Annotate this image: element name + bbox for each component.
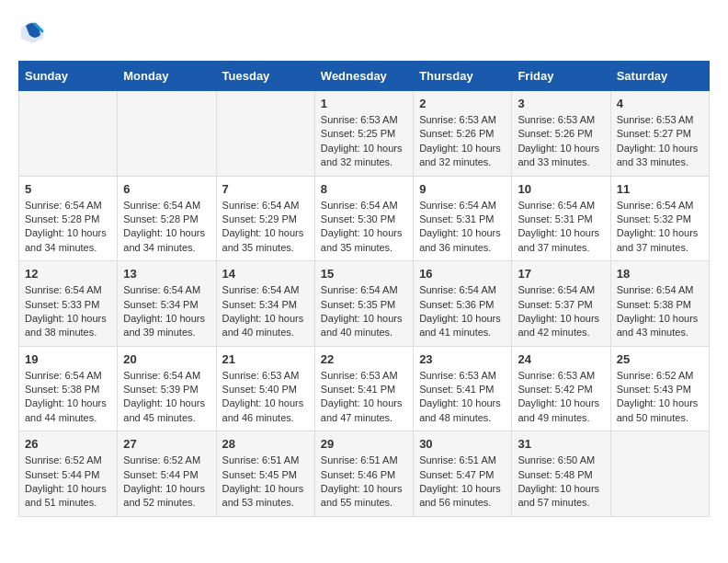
header	[18, 18, 710, 46]
day-number: 10	[518, 182, 604, 196]
calendar-cell	[118, 91, 216, 177]
day-number: 13	[123, 267, 210, 281]
calendar-cell: 13Sunrise: 6:54 AMSunset: 5:34 PMDayligh…	[118, 261, 216, 347]
day-info: Sunset: 5:27 PM	[617, 127, 703, 141]
day-info: Sunrise: 6:53 AM	[222, 369, 309, 383]
day-number: 29	[321, 437, 407, 451]
day-info: Sunrise: 6:52 AM	[123, 454, 210, 467]
day-info: Sunrise: 6:54 AM	[419, 283, 506, 297]
calendar-table: SundayMondayTuesdayWednesdayThursdayFrid…	[18, 61, 710, 517]
weekday-header-monday: Monday	[118, 62, 216, 91]
calendar-cell: 7Sunrise: 6:54 AMSunset: 5:29 PMDaylight…	[216, 176, 314, 261]
day-info: Sunset: 5:28 PM	[123, 213, 210, 226]
logo-icon	[18, 18, 46, 46]
day-info: Sunset: 5:42 PM	[518, 383, 604, 396]
day-number: 16	[419, 267, 506, 281]
day-info: Sunset: 5:25 PM	[321, 127, 407, 141]
day-info: Sunrise: 6:54 AM	[222, 283, 309, 297]
calendar-cell: 1Sunrise: 6:53 AMSunset: 5:25 PMDaylight…	[314, 91, 413, 177]
day-info: Daylight: 10 hours and 43 minutes.	[617, 312, 703, 340]
day-info: Daylight: 10 hours and 49 minutes.	[518, 396, 604, 425]
day-number: 1	[321, 97, 407, 110]
day-info: Sunrise: 6:54 AM	[222, 199, 309, 213]
day-info: Daylight: 10 hours and 34 minutes.	[123, 226, 210, 255]
day-info: Daylight: 10 hours and 39 minutes.	[123, 312, 210, 340]
day-number: 14	[222, 267, 309, 281]
day-number: 8	[321, 182, 407, 196]
calendar-cell: 14Sunrise: 6:54 AMSunset: 5:34 PMDayligh…	[216, 261, 314, 347]
day-info: Sunrise: 6:54 AM	[617, 199, 703, 213]
day-info: Sunrise: 6:54 AM	[123, 283, 210, 297]
day-number: 15	[321, 267, 407, 281]
day-info: Daylight: 10 hours and 37 minutes.	[518, 226, 604, 255]
logo	[18, 18, 50, 46]
day-info: Daylight: 10 hours and 51 minutes.	[25, 482, 111, 511]
day-info: Sunrise: 6:54 AM	[25, 199, 111, 213]
calendar-cell: 22Sunrise: 6:53 AMSunset: 5:41 PMDayligh…	[314, 346, 413, 431]
calendar-cell	[216, 91, 314, 177]
calendar-cell: 31Sunrise: 6:50 AMSunset: 5:48 PMDayligh…	[512, 431, 610, 517]
day-info: Daylight: 10 hours and 47 minutes.	[321, 396, 407, 425]
day-info: Sunrise: 6:53 AM	[419, 113, 506, 127]
calendar-cell: 24Sunrise: 6:53 AMSunset: 5:42 PMDayligh…	[512, 346, 610, 431]
day-number: 23	[419, 352, 506, 366]
day-info: Daylight: 10 hours and 35 minutes.	[321, 226, 407, 255]
calendar-cell: 4Sunrise: 6:53 AMSunset: 5:27 PMDaylight…	[610, 91, 709, 177]
calendar-cell: 5Sunrise: 6:54 AMSunset: 5:28 PMDaylight…	[19, 176, 118, 261]
day-info: Sunset: 5:47 PM	[419, 468, 506, 482]
day-info: Sunset: 5:35 PM	[321, 298, 407, 312]
day-info: Daylight: 10 hours and 57 minutes.	[518, 482, 604, 511]
day-number: 12	[25, 267, 111, 281]
calendar-cell: 18Sunrise: 6:54 AMSunset: 5:38 PMDayligh…	[610, 261, 709, 347]
calendar-cell	[610, 431, 709, 517]
day-info: Sunset: 5:37 PM	[518, 298, 604, 312]
day-info: Sunset: 5:28 PM	[25, 213, 111, 226]
weekday-row: SundayMondayTuesdayWednesdayThursdayFrid…	[19, 62, 710, 91]
day-info: Sunset: 5:41 PM	[419, 383, 506, 396]
day-info: Sunset: 5:44 PM	[123, 468, 210, 482]
day-info: Sunset: 5:46 PM	[321, 468, 407, 482]
day-info: Sunset: 5:38 PM	[617, 298, 703, 312]
day-info: Sunset: 5:44 PM	[25, 468, 111, 482]
day-info: Sunrise: 6:51 AM	[321, 454, 407, 467]
calendar-cell: 2Sunrise: 6:53 AMSunset: 5:26 PMDaylight…	[414, 91, 512, 177]
day-info: Sunrise: 6:54 AM	[25, 369, 111, 383]
day-info: Sunset: 5:34 PM	[123, 298, 210, 312]
day-info: Sunrise: 6:54 AM	[518, 283, 604, 297]
day-info: Sunrise: 6:54 AM	[321, 199, 407, 213]
weekday-header-tuesday: Tuesday	[216, 62, 314, 91]
day-info: Daylight: 10 hours and 36 minutes.	[419, 226, 506, 255]
weekday-header-thursday: Thursday	[414, 62, 512, 91]
day-info: Sunset: 5:48 PM	[518, 468, 604, 482]
day-info: Daylight: 10 hours and 40 minutes.	[222, 312, 309, 340]
day-info: Daylight: 10 hours and 35 minutes.	[222, 226, 309, 255]
day-info: Sunrise: 6:53 AM	[321, 113, 407, 127]
day-info: Daylight: 10 hours and 48 minutes.	[419, 396, 506, 425]
day-info: Sunset: 5:33 PM	[25, 298, 111, 312]
day-info: Daylight: 10 hours and 37 minutes.	[617, 226, 703, 255]
day-info: Sunrise: 6:51 AM	[222, 454, 309, 467]
day-info: Daylight: 10 hours and 38 minutes.	[25, 312, 111, 340]
calendar-cell: 15Sunrise: 6:54 AMSunset: 5:35 PMDayligh…	[314, 261, 413, 347]
week-row-4: 26Sunrise: 6:52 AMSunset: 5:44 PMDayligh…	[19, 431, 710, 517]
day-number: 21	[222, 352, 309, 366]
day-number: 30	[419, 437, 506, 451]
calendar-header: SundayMondayTuesdayWednesdayThursdayFrid…	[19, 62, 710, 91]
day-info: Sunrise: 6:50 AM	[518, 454, 604, 467]
calendar-cell: 27Sunrise: 6:52 AMSunset: 5:44 PMDayligh…	[118, 431, 216, 517]
day-info: Sunrise: 6:54 AM	[123, 199, 210, 213]
day-info: Sunrise: 6:54 AM	[419, 199, 506, 213]
day-info: Daylight: 10 hours and 32 minutes.	[321, 142, 407, 170]
day-number: 28	[222, 437, 309, 451]
day-info: Daylight: 10 hours and 40 minutes.	[321, 312, 407, 340]
calendar-cell: 25Sunrise: 6:52 AMSunset: 5:43 PMDayligh…	[610, 346, 709, 431]
calendar-cell: 9Sunrise: 6:54 AMSunset: 5:31 PMDaylight…	[414, 176, 512, 261]
week-row-3: 19Sunrise: 6:54 AMSunset: 5:38 PMDayligh…	[19, 346, 710, 431]
day-info: Sunset: 5:30 PM	[321, 213, 407, 226]
day-number: 27	[123, 437, 210, 451]
day-info: Daylight: 10 hours and 55 minutes.	[321, 482, 407, 511]
day-info: Sunset: 5:29 PM	[222, 213, 309, 226]
day-info: Sunset: 5:32 PM	[617, 213, 703, 226]
calendar-cell: 23Sunrise: 6:53 AMSunset: 5:41 PMDayligh…	[414, 346, 512, 431]
calendar-cell: 12Sunrise: 6:54 AMSunset: 5:33 PMDayligh…	[19, 261, 118, 347]
